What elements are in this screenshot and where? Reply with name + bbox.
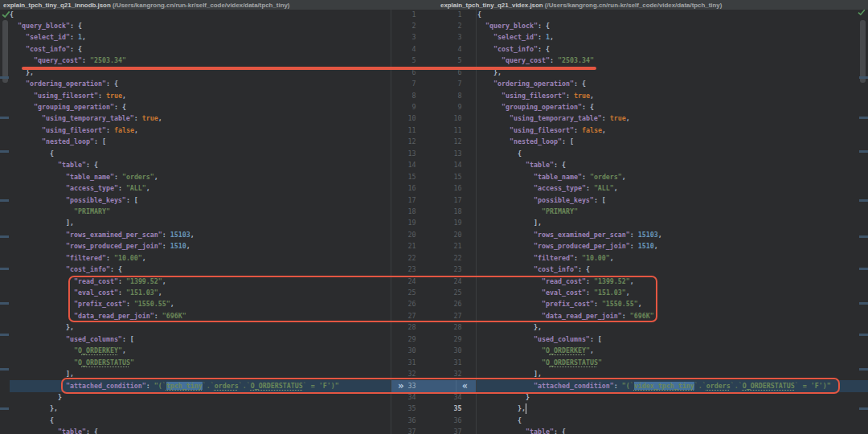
code-line: "query_block": {	[477, 20, 831, 31]
code-line: "using_filesort": true,	[477, 90, 831, 101]
right-line-number: 37	[414, 426, 462, 434]
right-line-number: 19	[414, 217, 462, 228]
code-line: "filtered": "10.00",	[10, 252, 339, 264]
code-line: "cost_info": {	[10, 264, 339, 275]
left-line-number: 19	[368, 217, 416, 228]
right-line-number: 4	[414, 43, 462, 55]
right-gutter-separator	[476, 10, 477, 434]
left-line-number: 23	[368, 264, 416, 275]
code-line: {	[10, 148, 339, 159]
right-line-number: 12	[414, 136, 462, 147]
diff-map-mark	[859, 117, 868, 119]
code-line: "select_id": 1,	[477, 31, 831, 43]
right-line-number: 7	[414, 78, 462, 89]
right-line-number: 16	[414, 182, 462, 194]
code-line: "cost_info": {	[10, 43, 339, 55]
right-line-number: 21	[414, 240, 462, 252]
right-line-number: 36	[414, 415, 462, 426]
code-line: {	[10, 9, 339, 20]
left-line-number: 5	[368, 55, 416, 66]
scrollbar-thumb[interactable]	[860, 20, 866, 83]
left-line-number: 7	[368, 78, 416, 89]
code-line: "table": {	[10, 426, 339, 434]
annotation-box-cost-info	[68, 276, 657, 322]
left-line-number: 20	[368, 229, 416, 240]
left-line-number: 15	[368, 171, 416, 182]
left-line-number: 1	[368, 9, 416, 20]
code-line: "using_filesort": true,	[10, 90, 339, 101]
code-line: },	[477, 403, 831, 414]
code-line: "rows_produced_per_join": 1510,	[477, 240, 831, 252]
right-line-number: 15	[414, 171, 462, 182]
annotation-box-attached-condition	[61, 378, 840, 394]
code-line: "possible_keys": [	[477, 194, 831, 206]
code-line: "table_name": "orders",	[477, 171, 831, 182]
right-line-number: 35	[414, 403, 462, 414]
code-line: "table": {	[477, 159, 831, 170]
code-line: {	[477, 9, 831, 20]
diff-map-mark	[859, 302, 868, 305]
right-line-number: 11	[414, 125, 462, 136]
code-line: "nested_loop": [	[10, 136, 339, 147]
right-line-number: 29	[414, 334, 462, 345]
code-line: "using_filesort": false,	[10, 125, 339, 136]
code-line: "access_type": "ALL",	[10, 182, 339, 194]
right-line-numbers: 1234567891011121314151617181920212223242…	[414, 9, 462, 434]
diff-map-mark	[0, 235, 9, 238]
code-line: "O_ORDERSTATUS"	[477, 357, 831, 368]
left-line-number: 29	[368, 334, 416, 345]
left-line-number: 10	[368, 113, 416, 124]
text-caret	[526, 403, 526, 414]
code-line: "table": {	[10, 159, 339, 170]
code-line: "possible_keys": [	[10, 194, 339, 206]
code-line: "PRIMARY"	[10, 206, 339, 217]
diff-viewer-window: explain_tpch_tiny_q21_innodb.json (/User…	[0, 0, 868, 434]
left-line-number: 21	[368, 240, 416, 252]
code-line: {	[477, 415, 831, 426]
left-line-number: 12	[368, 136, 416, 147]
code-line: "using_temporary_table": true,	[477, 113, 831, 124]
diff-map-mark	[0, 302, 9, 305]
code-line: "filtered": "10.00",	[477, 252, 831, 264]
left-line-number: 13	[368, 148, 416, 159]
right-line-number: 3	[414, 31, 462, 43]
scrollbar-thumb[interactable]	[2, 20, 8, 83]
code-line: "O_ORDERKEY",	[10, 345, 339, 356]
right-line-number: 5	[414, 55, 462, 66]
right-line-number: 18	[414, 206, 462, 217]
left-line-number: 8	[368, 90, 416, 101]
diff-map-mark	[859, 150, 868, 153]
left-editor-code[interactable]: { "query_block": { "select_id": 1, "cost…	[10, 9, 339, 434]
left-inspections-ok-icon[interactable]	[2, 10, 10, 18]
code-line: "query_cost": "2503.34"	[10, 55, 339, 66]
diff-map-mark	[0, 268, 9, 270]
code-line: "used_columns": [	[477, 334, 831, 345]
diff-map-mark	[859, 235, 868, 238]
right-line-number: 17	[414, 194, 462, 206]
right-line-number: 9	[414, 101, 462, 113]
diff-map-mark	[0, 117, 9, 119]
right-inspections-ok-icon[interactable]	[858, 8, 866, 16]
diff-map-mark	[859, 368, 868, 371]
code-line: "rows_produced_per_join": 1510,	[10, 240, 339, 252]
diff-map-mark	[859, 407, 868, 410]
code-line: },	[10, 321, 339, 333]
left-line-number: 35	[368, 403, 416, 414]
diff-map-mark	[859, 199, 868, 202]
left-line-number: 4	[368, 43, 416, 55]
right-line-number: 31	[414, 357, 462, 368]
left-line-number: 18	[368, 206, 416, 217]
code-line: "cost_info": {	[477, 264, 831, 275]
code-line: },	[477, 321, 831, 333]
code-line: },	[10, 403, 339, 414]
right-line-number: 30	[414, 345, 462, 356]
code-line: "using_filesort": false,	[477, 125, 831, 136]
annotation-underline-query-cost	[22, 67, 596, 69]
code-line: "grouping_operation": {	[477, 101, 831, 113]
right-editor-code[interactable]: { "query_block": { "select_id": 1, "cost…	[477, 9, 831, 434]
right-line-number: 8	[414, 90, 462, 101]
code-line: "ordering_operation": {	[10, 78, 339, 89]
left-line-number: 2	[368, 20, 416, 31]
diff-map-mark	[859, 268, 868, 270]
code-line: "nested_loop": [	[477, 136, 831, 147]
